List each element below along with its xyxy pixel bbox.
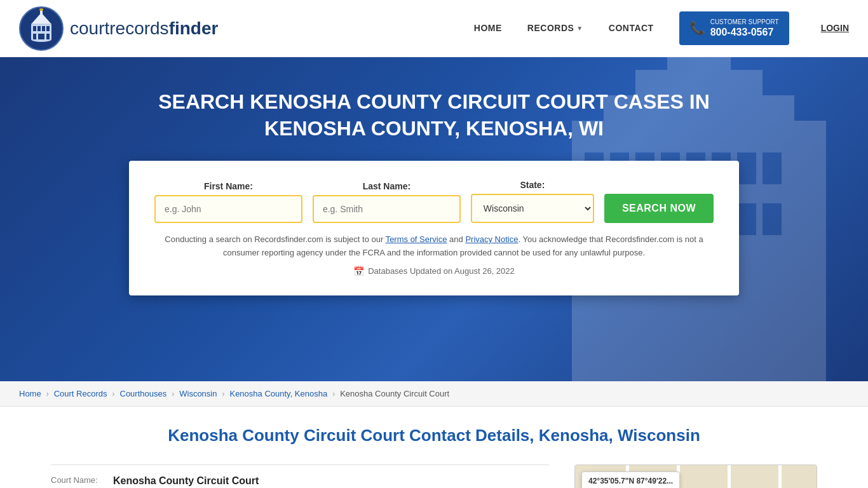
first-name-input[interactable] (154, 195, 302, 223)
breadcrumb-court-records[interactable]: Court Records (54, 389, 107, 398)
breadcrumb-wisconsin[interactable]: Wisconsin (179, 389, 217, 398)
content-grid: Court Name: Kenosha County Circuit Court… (51, 464, 817, 488)
svg-rect-25 (763, 152, 782, 184)
support-label: CUSTOMER SUPPORT (710, 18, 779, 26)
svg-rect-42 (778, 465, 782, 488)
svg-rect-12 (39, 8, 43, 11)
svg-rect-24 (737, 152, 756, 184)
state-label: State: (471, 180, 594, 190)
court-name-row: Court Name: Kenosha County Circuit Court (51, 464, 549, 488)
breadcrumb-kenosha-county[interactable]: Kenosha County, Kenosha (229, 389, 327, 398)
phone-number: 800-433-0567 (710, 26, 779, 39)
court-name-value: Kenosha County Circuit Court (113, 475, 259, 487)
logo-icon (19, 6, 64, 51)
map-coord-box: 42°35'05.7"N 87°49'22... View larger map (581, 471, 680, 488)
svg-rect-3 (33, 26, 36, 31)
breadcrumb-sep-1: › (46, 390, 49, 398)
last-name-input[interactable] (313, 195, 461, 223)
map-coordinates: 42°35'05.7"N 87°49'22... (588, 476, 673, 487)
last-name-label: Last Name: (313, 181, 461, 191)
svg-rect-17 (667, 57, 731, 73)
search-button[interactable]: SEARCH NOW (604, 194, 714, 223)
site-header: courtrecordsfinder HOME RECORDS ▼ CONTAC… (0, 0, 868, 57)
nav-home[interactable]: HOME (474, 23, 502, 33)
section-title: Kenosha County Circuit Court Contact Det… (51, 426, 817, 445)
breadcrumb-courthouses[interactable]: Courthouses (120, 389, 167, 398)
breadcrumb-sep-3: › (172, 390, 174, 398)
logo-area: courtrecordsfinder (19, 6, 474, 51)
breadcrumb: Home › Court Records › Courthouses › Wis… (0, 381, 868, 407)
svg-rect-4 (37, 26, 41, 31)
search-fields: First Name: Last Name: State: Wisconsin … (154, 180, 714, 223)
logo-text: courtrecordsfinder (70, 18, 218, 39)
svg-rect-9 (38, 34, 44, 39)
nav-records[interactable]: RECORDS ▼ (527, 23, 583, 33)
svg-rect-7 (33, 34, 36, 39)
svg-rect-8 (46, 34, 50, 39)
svg-rect-41 (728, 465, 731, 488)
main-nav: HOME RECORDS ▼ CONTACT 📞 CUSTOMER SUPPOR… (474, 11, 849, 46)
map-container[interactable]: Mental Health & Substance Abs Kenosha Ci… (574, 464, 817, 488)
breadcrumb-sep-4: › (222, 390, 224, 398)
breadcrumb-home[interactable]: Home (19, 389, 41, 398)
calendar-icon: 📅 (353, 266, 364, 276)
first-name-field-group: First Name: (154, 181, 302, 223)
state-select[interactable]: Wisconsin Alabama Alaska Arizona Califor… (471, 194, 594, 223)
hero-section: SEARCH KENOSHA COUNTY CIRCUIT COURT CASE… (0, 57, 868, 381)
main-content: Kenosha County Circuit Court Contact Det… (0, 407, 868, 488)
map-area: Mental Health & Substance Abs Kenosha Ci… (574, 464, 817, 488)
svg-rect-5 (42, 26, 45, 31)
court-details: Court Name: Kenosha County Circuit Court… (51, 464, 549, 488)
disclaimer-text: Conducting a search on Recordsfinder.com… (154, 233, 714, 260)
court-name-label: Court Name: (51, 475, 108, 485)
phone-icon: 📞 (689, 20, 705, 36)
privacy-link[interactable]: Privacy Notice (465, 234, 518, 244)
breadcrumb-current: Kenosha County Circuit Court (340, 389, 449, 398)
state-field-group: State: Wisconsin Alabama Alaska Arizona … (471, 180, 594, 223)
hero-title: SEARCH KENOSHA COUNTY CIRCUIT COURT CASE… (148, 89, 720, 142)
chevron-down-icon: ▼ (576, 25, 583, 32)
breadcrumb-sep-2: › (112, 390, 115, 398)
db-updated: 📅 Databases Updated on August 26, 2022 (154, 266, 714, 276)
first-name-label: First Name: (154, 181, 302, 191)
svg-rect-33 (763, 203, 782, 235)
breadcrumb-sep-5: › (332, 390, 335, 398)
last-name-field-group: Last Name: (313, 181, 461, 223)
terms-link[interactable]: Terms of Service (386, 234, 447, 244)
nav-login[interactable]: LOGIN (821, 23, 849, 33)
customer-support-phone[interactable]: 📞 CUSTOMER SUPPORT 800-433-0567 (679, 11, 789, 46)
search-card: First Name: Last Name: State: Wisconsin … (129, 161, 739, 295)
svg-rect-32 (737, 203, 756, 235)
svg-rect-6 (46, 26, 50, 31)
nav-contact[interactable]: CONTACT (609, 23, 654, 33)
